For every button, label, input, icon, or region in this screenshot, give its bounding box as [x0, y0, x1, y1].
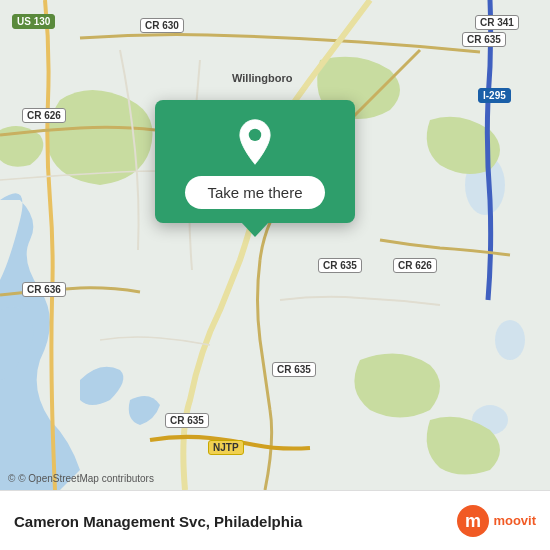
road-badge-cr635-low: CR 635 — [272, 362, 316, 377]
moovit-text: moovit — [493, 513, 536, 528]
svg-point-2 — [495, 320, 525, 360]
road-badge-cr626-left: CR 626 — [22, 108, 66, 123]
copyright-symbol: © — [8, 473, 15, 484]
road-badge-us130: US 130 — [12, 14, 55, 29]
place-label-willingboro: Willingboro — [232, 72, 292, 84]
road-badge-i295: I-295 — [478, 88, 511, 103]
osm-attribution: © © OpenStreetMap contributors — [8, 473, 154, 484]
bottom-bar: Cameron Management Svc, Philadelphia m m… — [0, 490, 550, 550]
road-badge-cr635-mid: CR 635 — [318, 258, 362, 273]
moovit-logo: m moovit — [457, 505, 536, 537]
moovit-icon: m — [457, 505, 489, 537]
road-badge-cr341: CR 341 — [475, 15, 519, 30]
road-badge-cr636: CR 636 — [22, 282, 66, 297]
road-badge-cr630: CR 630 — [140, 18, 184, 33]
road-badge-cr626-right: CR 626 — [393, 258, 437, 273]
popup-card: Take me there — [155, 100, 355, 223]
take-me-there-button[interactable]: Take me there — [185, 176, 324, 209]
road-badge-cr635-top: CR 635 — [462, 32, 506, 47]
svg-point-4 — [249, 129, 261, 141]
map-container: Willingboro US 130 CR 630 CR 341 CR 635 … — [0, 0, 550, 490]
road-badge-njtp: NJTP — [208, 440, 244, 455]
svg-text:m: m — [465, 511, 481, 531]
location-pin-icon — [231, 118, 279, 166]
road-badge-cr635-lowest: CR 635 — [165, 413, 209, 428]
